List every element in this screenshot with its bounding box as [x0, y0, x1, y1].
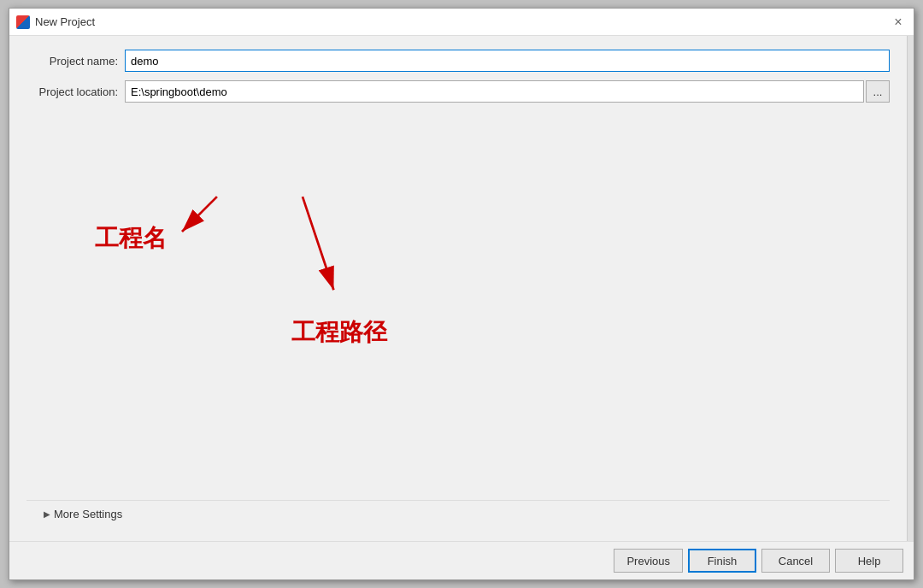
project-location-input[interactable] [125, 80, 864, 103]
more-settings-arrow-icon: ▶ [44, 509, 50, 519]
previous-button[interactable]: Previous [614, 549, 683, 573]
project-name-input[interactable] [125, 50, 890, 72]
svg-line-3 [303, 197, 333, 290]
finish-button[interactable]: Finish [688, 549, 756, 573]
more-settings[interactable]: ▶ More Settings [26, 500, 890, 527]
annotation-arrows [26, 111, 890, 500]
dialog-body: Project name: Project location: ... [9, 36, 914, 541]
app-icon [16, 15, 30, 29]
browse-button[interactable]: ... [866, 80, 890, 103]
project-location-row: Project location: ... [26, 80, 890, 103]
main-content: Project name: Project location: ... [9, 36, 907, 541]
more-settings-label: More Settings [54, 508, 122, 520]
title-bar-left: New Project [16, 15, 95, 29]
cancel-button[interactable]: Cancel [761, 549, 830, 573]
new-project-dialog: New Project × Project name: Project loca… [9, 8, 914, 580]
project-location-label: Project location: [26, 85, 125, 98]
right-panel [907, 36, 914, 541]
project-name-row: Project name: [26, 50, 890, 72]
dialog-title: New Project [35, 15, 95, 28]
close-button[interactable]: × [890, 14, 907, 31]
project-name-label: Project name: [26, 55, 125, 68]
footer: Previous Finish Cancel Help [9, 541, 914, 579]
svg-line-2 [182, 197, 217, 232]
help-button[interactable]: Help [835, 549, 903, 573]
canvas-area: 工程名 工程路径 [26, 111, 890, 500]
title-bar: New Project × [9, 9, 914, 36]
annotation-path-label: 工程路径 [291, 316, 387, 349]
annotation-name-label: 工程名 [95, 222, 167, 255]
